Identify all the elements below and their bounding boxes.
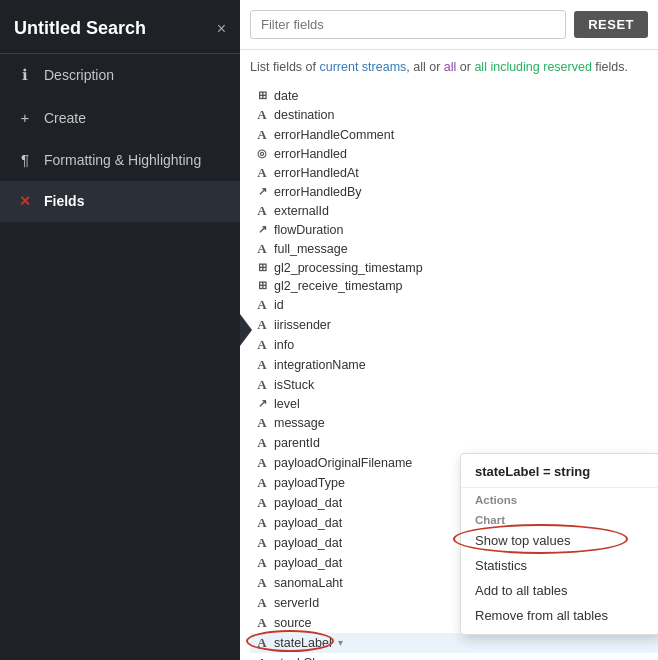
field-item[interactable]: ◎errorHandled xyxy=(250,145,658,163)
field-item[interactable]: ↗flowDuration xyxy=(250,221,658,239)
field-item[interactable]: ↗level xyxy=(250,395,658,413)
field-name: sanomaLaht xyxy=(274,576,343,590)
field-tooltip-popup: stateLabel = string Actions Chart Show t… xyxy=(460,453,658,635)
sidebar-item-label: Create xyxy=(44,110,86,126)
desc-middle: , all or xyxy=(406,60,444,74)
current-streams-link[interactable]: current streams xyxy=(319,60,406,74)
calendar-icon: ⊞ xyxy=(254,261,270,274)
field-name: payload_dat xyxy=(274,536,342,550)
tooltip-action-statistics[interactable]: Statistics xyxy=(461,553,658,578)
field-name: destination xyxy=(274,108,334,122)
field-item[interactable]: AerrorHandledAt xyxy=(250,163,658,183)
field-item[interactable]: AstuckClear xyxy=(250,653,658,660)
field-item[interactable]: ⊞date xyxy=(250,87,658,105)
tooltip-action-show-top-values[interactable]: Show top values xyxy=(461,528,658,553)
all-link[interactable]: all xyxy=(444,60,457,74)
alpha-icon: A xyxy=(254,317,270,333)
sidebar-item-label: Formatting & Highlighting xyxy=(44,152,201,168)
field-name: errorHandledBy xyxy=(274,185,362,199)
field-name: source xyxy=(274,616,312,630)
field-item[interactable]: Adestination xyxy=(250,105,658,125)
alpha-icon: A xyxy=(254,165,270,181)
field-name: flowDuration xyxy=(274,223,343,237)
paragraph-icon: ¶ xyxy=(16,151,34,168)
alpha-icon: A xyxy=(254,575,270,591)
tooltip-action-add-to-tables[interactable]: Add to all tables xyxy=(461,578,658,603)
alpha-icon: A xyxy=(254,127,270,143)
tooltip-title: stateLabel = string xyxy=(461,464,658,488)
sidebar-item-create[interactable]: + Create xyxy=(0,97,240,139)
alpha-icon: A xyxy=(254,455,270,471)
desc-suffix: fields. xyxy=(592,60,628,74)
field-name: serverId xyxy=(274,596,319,610)
alpha-icon: A xyxy=(254,357,270,373)
fields-x-icon: ✕ xyxy=(16,193,34,209)
alpha-icon: A xyxy=(254,535,270,551)
field-name: payloadType xyxy=(274,476,345,490)
field-item[interactable]: Aid xyxy=(250,295,658,315)
main-panel: RESET List fields of current streams, al… xyxy=(240,0,658,660)
alpha-icon: A xyxy=(254,635,270,651)
fields-list-wrapper[interactable]: ⊞dateAdestinationAerrorHandleComment◎err… xyxy=(240,83,658,660)
field-name: id xyxy=(274,298,284,312)
chart-icon: ↗ xyxy=(254,185,270,198)
sidebar-title: Untitled Search xyxy=(14,18,146,39)
field-item[interactable]: ↗errorHandledBy xyxy=(250,183,658,201)
tooltip-action-remove-from-tables[interactable]: Remove from all tables xyxy=(461,603,658,628)
field-name: date xyxy=(274,89,298,103)
field-item[interactable]: AexternalId xyxy=(250,201,658,221)
chart-icon: ↗ xyxy=(254,397,270,410)
field-item[interactable]: Ainfo xyxy=(250,335,658,355)
tooltip-section-actions: Actions xyxy=(461,488,658,508)
plus-icon: + xyxy=(16,109,34,126)
filter-input[interactable] xyxy=(250,10,566,39)
close-icon[interactable]: × xyxy=(217,20,226,38)
calendar-icon: ⊞ xyxy=(254,89,270,102)
alpha-icon: A xyxy=(254,555,270,571)
field-name: info xyxy=(274,338,294,352)
field-item[interactable]: ⊞gl2_receive_timestamp xyxy=(250,277,658,295)
fields-description: List fields of current streams, all or a… xyxy=(240,50,658,83)
field-name: externalId xyxy=(274,204,329,218)
field-name: stateLabel xyxy=(274,636,332,650)
field-name: iirissender xyxy=(274,318,331,332)
alpha-icon: A xyxy=(254,515,270,531)
field-item[interactable]: Amessage xyxy=(250,413,658,433)
alpha-icon: A xyxy=(254,655,270,660)
chart-icon: ↗ xyxy=(254,223,270,236)
field-item[interactable]: ⊞gl2_processing_timestamp xyxy=(250,259,658,277)
sidebar-item-formatting[interactable]: ¶ Formatting & Highlighting xyxy=(0,139,240,181)
alpha-icon: A xyxy=(254,435,270,451)
sidebar-header: Untitled Search × xyxy=(0,0,240,54)
desc-or: or xyxy=(456,60,474,74)
alpha-icon: A xyxy=(254,297,270,313)
sidebar-item-description[interactable]: ℹ Description xyxy=(0,54,240,97)
field-item[interactable]: AparentId xyxy=(250,433,658,453)
field-item[interactable]: AerrorHandleComment xyxy=(250,125,658,145)
field-item[interactable]: AisStuck xyxy=(250,375,658,395)
alpha-icon: A xyxy=(254,337,270,353)
field-name: stuckClear xyxy=(274,656,333,660)
field-name: errorHandleComment xyxy=(274,128,394,142)
main-toolbar: RESET xyxy=(240,0,658,50)
alpha-icon: A xyxy=(254,495,270,511)
sidebar-arrow xyxy=(240,314,252,346)
field-item[interactable]: AstateLabel▾ xyxy=(250,633,658,653)
alpha-icon: A xyxy=(254,595,270,611)
field-item[interactable]: Afull_message xyxy=(250,239,658,259)
chevron-down-icon: ▾ xyxy=(338,637,343,648)
sidebar-item-fields[interactable]: ✕ Fields xyxy=(0,181,240,222)
field-name: payload_dat xyxy=(274,516,342,530)
field-name: full_message xyxy=(274,242,348,256)
calendar-icon: ⊞ xyxy=(254,279,270,292)
tooltip-section-chart: Chart xyxy=(461,508,658,528)
alpha-icon: A xyxy=(254,615,270,631)
alpha-icon: A xyxy=(254,203,270,219)
reset-button[interactable]: RESET xyxy=(574,11,648,38)
field-item[interactable]: Aiirissender xyxy=(250,315,658,335)
field-name: level xyxy=(274,397,300,411)
alpha-icon: A xyxy=(254,377,270,393)
all-including-link[interactable]: all including reserved xyxy=(474,60,591,74)
alpha-icon: A xyxy=(254,475,270,491)
field-item[interactable]: AintegrationName xyxy=(250,355,658,375)
